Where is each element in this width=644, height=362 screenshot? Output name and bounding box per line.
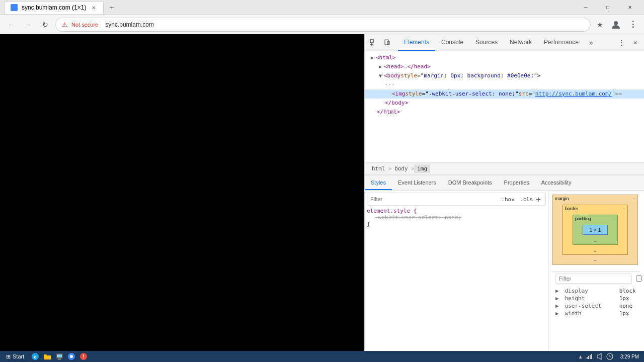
dom-line-img[interactable]: <img style=" -webkit-user-select: none;"… bbox=[365, 89, 644, 99]
computed-prop-width: ▶ width 1px bbox=[554, 310, 638, 317]
breadcrumb-bar: html > body > img bbox=[365, 162, 644, 175]
box-model-margin-bottom: – bbox=[594, 258, 596, 263]
devtools-panel: Elements Console Sources Network Perform… bbox=[364, 34, 644, 351]
back-button[interactable]: ← bbox=[4, 18, 18, 32]
dom-line-dots[interactable]: ··· bbox=[365, 80, 644, 89]
address-bar: ← → ↻ ⚠ Not secure sync.bumlam.com ★ ⋮ bbox=[0, 15, 644, 34]
devtools-settings-button[interactable]: ⋮ bbox=[615, 36, 628, 49]
svg-rect-4 bbox=[385, 40, 388, 45]
styles-tab-event-listeners[interactable]: Event Listeners bbox=[392, 175, 442, 190]
devtools-tabs: Elements Console Sources Network Perform… bbox=[398, 34, 615, 51]
dom-line-html[interactable]: ▶ <html> bbox=[365, 53, 644, 62]
computed-prop-height: ▶ height 1px bbox=[554, 295, 638, 302]
tab-bar: sync.bumlam.com (1×1) ✕ + bbox=[4, 1, 576, 14]
show-all-label: Show all bbox=[636, 275, 644, 282]
breadcrumb-img[interactable]: img bbox=[414, 164, 430, 173]
css-close-brace: } bbox=[367, 221, 370, 227]
css-selector: element.style { bbox=[367, 208, 417, 214]
dom-line-head[interactable]: ▶ <head>…</head> bbox=[365, 62, 644, 71]
dom-line-body[interactable]: ▼ <body style="margin: 0px; background: … bbox=[365, 71, 644, 80]
styles-content: :hov .cls + element.style { -webkit-us bbox=[365, 191, 644, 351]
filter-input[interactable] bbox=[370, 196, 500, 202]
tab-elements[interactable]: Elements bbox=[398, 34, 435, 51]
styles-panel: Styles Event Listeners DOM Breakpoints P… bbox=[365, 175, 644, 351]
box-model: margin – border – bbox=[552, 195, 638, 265]
svg-rect-1 bbox=[370, 40, 373, 43]
page-viewport bbox=[0, 34, 364, 351]
box-model-border-bottom: – bbox=[594, 249, 596, 254]
filter-all-bar: Show all bbox=[552, 271, 640, 285]
close-window-button[interactable]: ✕ bbox=[620, 1, 640, 14]
css-prop-webkit: -webkit-user-select: none; bbox=[375, 214, 461, 221]
new-tab-placeholder bbox=[118, 1, 208, 14]
styles-tab-dom-breakpoints[interactable]: DOM Breakpoints bbox=[442, 175, 498, 190]
toggle-html[interactable]: ▶ bbox=[369, 54, 376, 61]
computed-filter-area: Show all ▶ display block bbox=[552, 271, 640, 345]
styles-tab-accessibility[interactable]: Accessibility bbox=[535, 175, 578, 190]
pseudo-cls-button[interactable]: .cls bbox=[518, 196, 535, 203]
profile-button[interactable] bbox=[609, 18, 623, 32]
tab-network[interactable]: Network bbox=[504, 34, 538, 51]
toggle-head[interactable]: ▶ bbox=[377, 63, 384, 70]
dom-tree: ▶ <html> ▶ <head>…</head> ▼ <body style=… bbox=[365, 51, 644, 162]
tab-title: sync.bumlam.com (1×1) bbox=[22, 4, 86, 11]
box-model-padding-bottom: – bbox=[594, 239, 596, 244]
security-label: Not secure bbox=[71, 22, 98, 28]
box-model-padding-dash: – bbox=[613, 216, 615, 221]
pseudo-hover-button[interactable]: :hov bbox=[500, 196, 516, 203]
breadcrumb-body[interactable]: body bbox=[391, 164, 411, 173]
breadcrumb-html[interactable]: html bbox=[369, 164, 388, 173]
expand-width-icon[interactable]: ▶ bbox=[555, 310, 559, 317]
more-devtools-tabs-button[interactable]: » bbox=[585, 36, 598, 49]
browser-content: Elements Console Sources Network Perform… bbox=[0, 34, 644, 351]
css-rule-element-style: element.style { -webkit-user-select: non… bbox=[367, 208, 546, 227]
security-icon: ⚠ bbox=[62, 21, 67, 28]
toggle-body[interactable]: ▼ bbox=[377, 72, 384, 79]
device-toolbar-button[interactable] bbox=[381, 36, 394, 49]
box-model-border-dash: – bbox=[623, 206, 625, 211]
more-options-button[interactable]: ⋮ bbox=[626, 18, 640, 32]
dom-line-body-close[interactable]: </body> bbox=[365, 99, 644, 108]
computed-prop-display: ▶ display block bbox=[554, 287, 638, 295]
inspect-element-button[interactable] bbox=[367, 36, 380, 49]
url-display: sync.bumlam.com bbox=[105, 21, 154, 28]
browser-titlebar: sync.bumlam.com (1×1) ✕ + ─ □ ✕ bbox=[0, 0, 644, 15]
box-model-margin-dash: – bbox=[633, 196, 635, 201]
dom-line-html-close[interactable]: </html> bbox=[365, 108, 644, 117]
devtools-toolbar: Elements Console Sources Network Perform… bbox=[365, 34, 644, 51]
tab-console[interactable]: Console bbox=[435, 34, 469, 51]
styles-tab-styles[interactable]: Styles bbox=[365, 175, 392, 190]
devtools-toolbar-left bbox=[367, 36, 398, 49]
expand-user-select-icon[interactable]: ▶ bbox=[555, 303, 559, 309]
box-model-border-label: border bbox=[565, 206, 578, 211]
styles-left: :hov .cls + element.style { -webkit-us bbox=[365, 191, 548, 351]
forward-button[interactable]: → bbox=[21, 18, 35, 32]
address-input[interactable]: ⚠ Not secure sync.bumlam.com bbox=[55, 18, 591, 32]
box-model-margin-label: margin bbox=[555, 196, 569, 201]
add-style-button[interactable]: + bbox=[534, 195, 542, 204]
box-model-padding-label: padding bbox=[575, 216, 591, 221]
elements-panel: ▶ <html> ▶ <head>…</head> ▼ <body style=… bbox=[365, 51, 644, 351]
styles-tab-properties[interactable]: Properties bbox=[498, 175, 535, 190]
tab-close-button[interactable]: ✕ bbox=[90, 4, 97, 11]
box-model-content-value: 1 × 1 bbox=[590, 227, 601, 233]
devtools-toolbar-right: ⋮ ✕ bbox=[615, 36, 642, 49]
active-tab[interactable]: sync.bumlam.com (1×1) ✕ bbox=[4, 1, 104, 14]
minimize-button[interactable]: ─ bbox=[576, 1, 596, 14]
expand-height-icon[interactable]: ▶ bbox=[555, 295, 559, 302]
toggle-img bbox=[385, 90, 392, 98]
maximize-button[interactable]: □ bbox=[598, 1, 618, 14]
tab-sources[interactable]: Sources bbox=[469, 34, 504, 51]
filter-bar: :hov .cls + bbox=[367, 193, 546, 206]
tab-performance[interactable]: Performance bbox=[538, 34, 585, 51]
refresh-button[interactable]: ↻ bbox=[38, 18, 52, 32]
new-tab-button[interactable]: + bbox=[106, 2, 118, 14]
tab-favicon bbox=[11, 4, 18, 11]
window-controls: ─ □ ✕ bbox=[576, 1, 640, 14]
bookmark-button[interactable]: ★ bbox=[594, 19, 606, 31]
show-all-checkbox[interactable] bbox=[636, 276, 642, 282]
expand-display-icon[interactable]: ▶ bbox=[555, 288, 559, 294]
computed-filter-input[interactable] bbox=[555, 274, 632, 284]
devtools-close-button[interactable]: ✕ bbox=[629, 36, 642, 49]
styles-tabs: Styles Event Listeners DOM Breakpoints P… bbox=[365, 175, 644, 191]
